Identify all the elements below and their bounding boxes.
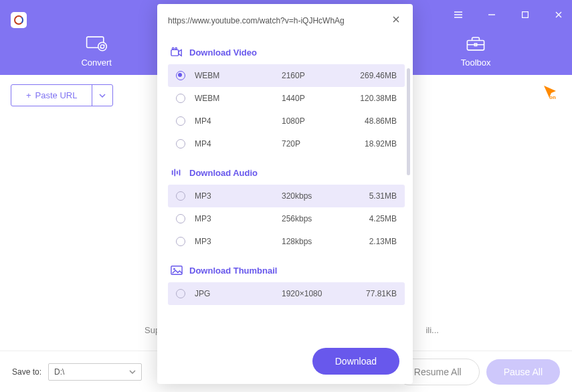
tab-toolbox-label: Toolbox (461, 58, 491, 68)
scrollbar[interactable] (407, 68, 410, 175)
svg-point-10 (173, 268, 175, 270)
option-thumb-0[interactable]: JPG1920×108077.81KB (168, 282, 405, 305)
svg-text:on: on (549, 94, 556, 100)
svg-rect-0 (522, 12, 529, 18)
menu-icon[interactable] (452, 8, 465, 21)
modal-close-button[interactable] (390, 13, 402, 28)
section-video-title: Download Video (189, 47, 257, 58)
option-audio-1[interactable]: MP3256kbps4.25MB (168, 207, 405, 230)
paste-url-button[interactable]: + Paste URL (11, 85, 92, 106)
modal-footer: Download (157, 338, 413, 384)
radio-icon (176, 139, 185, 149)
paste-url-dropdown[interactable] (92, 85, 112, 106)
radio-icon (176, 214, 185, 223)
paste-url-group: + Paste URL (11, 84, 113, 106)
section-thumb-header: Download Thumbnail (168, 253, 405, 282)
section-thumb-title: Download Thumbnail (189, 266, 277, 276)
option-video-2[interactable]: MP41080P48.86MB (168, 110, 405, 132)
tab-toolbox[interactable]: Toolbox (461, 33, 491, 68)
option-video-0[interactable]: WEBM2160P269.46MB (168, 64, 405, 87)
brand-badge: on (540, 83, 559, 104)
convert-icon (84, 33, 108, 54)
section-video-header: Download Video (168, 35, 405, 64)
audio-icon (171, 167, 183, 178)
option-video-1[interactable]: WEBM1440P120.38MB (168, 87, 405, 110)
modal-body: Download Video WEBM2160P269.46MB WEBM144… (157, 35, 413, 338)
tab-convert[interactable]: Convert (81, 33, 112, 68)
download-modal: https://www.youtube.com/watch?v=h-iQJHcW… (157, 4, 413, 384)
svg-rect-6 (171, 50, 179, 56)
svg-point-8 (175, 47, 177, 50)
save-to-label: Save to: (12, 367, 41, 377)
video-icon (171, 47, 183, 58)
svg-point-7 (172, 47, 174, 50)
app-logo (11, 12, 27, 28)
radio-icon (176, 116, 185, 126)
close-icon[interactable] (552, 8, 565, 21)
radio-icon (176, 191, 185, 201)
radio-icon (176, 289, 185, 298)
save-to-value: D:\ (54, 367, 64, 377)
toolbox-icon (464, 33, 488, 54)
option-video-3[interactable]: MP4720P18.92MB (168, 132, 405, 155)
section-audio-title: Download Audio (189, 168, 258, 178)
radio-icon (176, 94, 185, 103)
chevron-down-icon (129, 369, 136, 375)
modal-url: https://www.youtube.com/watch?v=h-iQJHcW… (168, 16, 383, 25)
option-audio-0[interactable]: MP3320kbps5.31MB (168, 185, 405, 207)
paste-url-label: Paste URL (35, 90, 78, 100)
option-audio-2[interactable]: MP3128kbps2.13MB (168, 230, 405, 253)
minimize-icon[interactable] (485, 8, 498, 21)
modal-header: https://www.youtube.com/watch?v=h-iQJHcW… (157, 4, 413, 35)
maximize-icon[interactable] (518, 8, 532, 21)
pause-all-button[interactable]: Pause All (486, 359, 560, 385)
section-audio-header: Download Audio (168, 155, 405, 185)
chevron-down-icon (99, 93, 106, 98)
plus-icon: + (26, 90, 31, 100)
close-icon (391, 15, 401, 24)
window-controls (452, 8, 565, 21)
radio-icon (176, 237, 185, 246)
radio-icon (176, 71, 185, 80)
download-button[interactable]: Download (312, 348, 399, 375)
svg-rect-3 (468, 41, 484, 50)
tab-convert-label: Convert (81, 58, 112, 68)
save-to-select[interactable]: D:\ (48, 363, 142, 381)
svg-point-2 (98, 42, 107, 51)
image-icon (171, 265, 183, 276)
